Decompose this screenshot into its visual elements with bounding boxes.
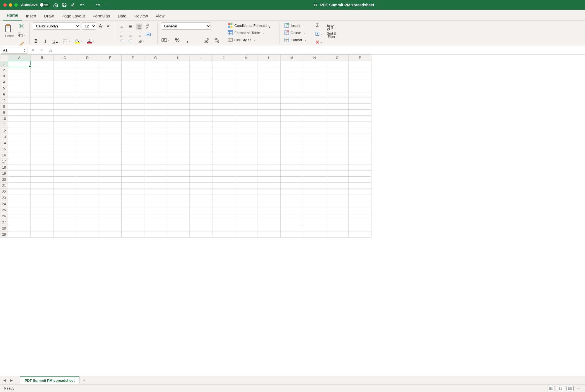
cell-P20[interactable] <box>349 177 371 183</box>
cell-D18[interactable] <box>76 164 99 171</box>
cell-L15[interactable] <box>258 146 281 152</box>
cell-C12[interactable] <box>53 128 76 134</box>
cell-B8[interactable] <box>31 104 53 110</box>
cell-H6[interactable] <box>167 91 190 97</box>
cell-I8[interactable] <box>190 104 212 110</box>
cell-G20[interactable] <box>144 177 167 183</box>
cell-D4[interactable] <box>76 79 99 85</box>
cell-L23[interactable] <box>258 195 281 201</box>
cell-C3[interactable] <box>53 73 76 79</box>
cell-H4[interactable] <box>167 79 190 85</box>
cell-A21[interactable] <box>8 183 31 189</box>
cell-P12[interactable] <box>349 128 371 134</box>
fill-color-button[interactable]: ⌄ <box>74 38 83 44</box>
cell-K19[interactable] <box>235 171 258 177</box>
row-header-11[interactable]: 11 <box>0 122 8 128</box>
clear-button[interactable]: ⌄ <box>315 39 323 45</box>
cell-J13[interactable] <box>212 134 235 140</box>
cell-I26[interactable] <box>190 213 212 219</box>
cell-M21[interactable] <box>281 183 303 189</box>
cell-C28[interactable] <box>53 225 76 231</box>
cell-D25[interactable] <box>76 207 99 213</box>
cell-K22[interactable] <box>235 189 258 195</box>
row-header-15[interactable]: 15 <box>0 146 8 152</box>
page-layout-view-button[interactable] <box>557 386 564 391</box>
cell-H24[interactable] <box>167 201 190 207</box>
row-header-1[interactable]: 1 <box>0 61 8 67</box>
cell-H27[interactable] <box>167 219 190 225</box>
cell-K2[interactable] <box>235 67 258 73</box>
cell-J19[interactable] <box>212 171 235 177</box>
cell-M20[interactable] <box>281 177 303 183</box>
row-header-7[interactable]: 7 <box>0 97 8 104</box>
cell-H14[interactable] <box>167 140 190 146</box>
cell-B3[interactable] <box>31 73 53 79</box>
enter-formula-button[interactable]: ✓ <box>39 48 45 52</box>
cell-L11[interactable] <box>258 122 281 128</box>
cell-A28[interactable] <box>8 225 31 231</box>
cell-I21[interactable] <box>190 183 212 189</box>
cell-O6[interactable] <box>326 91 349 97</box>
cell-P4[interactable] <box>349 79 371 85</box>
cell-J20[interactable] <box>212 177 235 183</box>
cell-I3[interactable] <box>190 73 212 79</box>
cell-F7[interactable] <box>122 97 144 104</box>
cell-P7[interactable] <box>349 97 371 104</box>
cell-D14[interactable] <box>76 140 99 146</box>
cell-C11[interactable] <box>53 122 76 128</box>
cell-G15[interactable] <box>144 146 167 152</box>
cell-K13[interactable] <box>235 134 258 140</box>
column-header-E[interactable]: E <box>99 55 122 61</box>
cell-F17[interactable] <box>122 158 144 164</box>
cell-A23[interactable] <box>8 195 31 201</box>
cell-P17[interactable] <box>349 158 371 164</box>
cell-N18[interactable] <box>303 164 326 171</box>
cell-J12[interactable] <box>212 128 235 134</box>
cell-P19[interactable] <box>349 171 371 177</box>
cell-E13[interactable] <box>99 134 122 140</box>
align-top-button[interactable] <box>119 24 125 30</box>
cell-D23[interactable] <box>76 195 99 201</box>
cell-J11[interactable] <box>212 122 235 128</box>
cell-L18[interactable] <box>258 164 281 171</box>
cell-E23[interactable] <box>99 195 122 201</box>
cell-A13[interactable] <box>8 134 31 140</box>
cell-E5[interactable] <box>99 85 122 91</box>
decrease-indent-button[interactable] <box>119 38 125 44</box>
cell-I27[interactable] <box>190 219 212 225</box>
cell-F9[interactable] <box>122 110 144 116</box>
cell-B15[interactable] <box>31 146 53 152</box>
zoom-out-button[interactable]: − <box>576 385 581 391</box>
cell-A24[interactable] <box>8 201 31 207</box>
align-right-button[interactable] <box>136 31 142 37</box>
cell-G10[interactable] <box>144 116 167 122</box>
cell-O21[interactable] <box>326 183 349 189</box>
cell-A27[interactable] <box>8 219 31 225</box>
cell-G27[interactable] <box>144 219 167 225</box>
row-header-5[interactable]: 5 <box>0 85 8 91</box>
cell-B28[interactable] <box>31 225 53 231</box>
cell-N28[interactable] <box>303 225 326 231</box>
cell-K23[interactable] <box>235 195 258 201</box>
underline-button[interactable]: U⌄ <box>52 38 59 44</box>
cell-J14[interactable] <box>212 140 235 146</box>
cell-M24[interactable] <box>281 201 303 207</box>
row-header-24[interactable]: 24 <box>0 201 8 207</box>
cell-E16[interactable] <box>99 152 122 158</box>
cell-P26[interactable] <box>349 213 371 219</box>
cell-O4[interactable] <box>326 79 349 85</box>
cell-C17[interactable] <box>53 158 76 164</box>
copy-button[interactable]: ⌄ <box>17 32 26 38</box>
cell-O23[interactable] <box>326 195 349 201</box>
cell-E28[interactable] <box>99 225 122 231</box>
format-as-table-button[interactable]: Format as Table⌄ <box>227 30 276 36</box>
cell-B17[interactable] <box>31 158 53 164</box>
cell-P13[interactable] <box>349 134 371 140</box>
cell-D16[interactable] <box>76 152 99 158</box>
cell-H28[interactable] <box>167 225 190 231</box>
column-header-L[interactable]: L <box>258 55 281 61</box>
cell-P10[interactable] <box>349 116 371 122</box>
cell-K14[interactable] <box>235 140 258 146</box>
cell-D5[interactable] <box>76 85 99 91</box>
cell-F5[interactable] <box>122 85 144 91</box>
